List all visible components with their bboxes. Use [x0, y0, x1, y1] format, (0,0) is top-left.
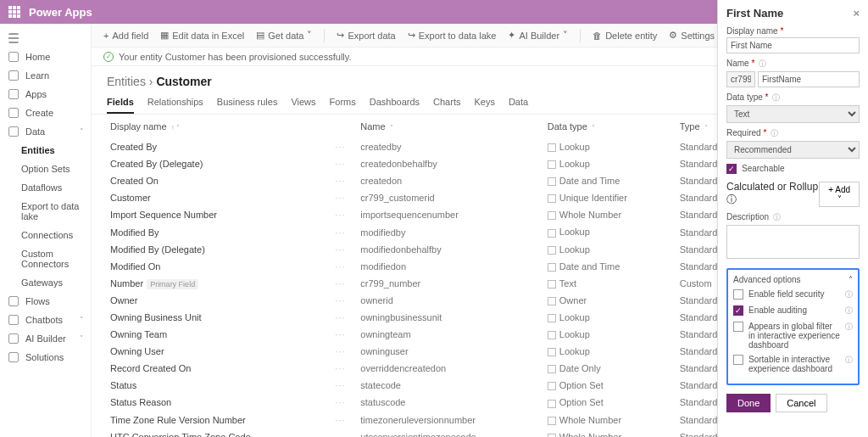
info-icon: ⓘ: [845, 355, 853, 366]
nav-learn[interactable]: Learn: [0, 66, 91, 85]
settings-button[interactable]: ⚙ Settings: [669, 30, 715, 41]
field-security-checkbox[interactable]: [733, 289, 743, 300]
chevron-up-icon: ˄: [849, 275, 853, 284]
nav-home[interactable]: Home: [0, 48, 91, 66]
info-icon: ⓘ: [845, 322, 853, 333]
col-datatype[interactable]: Data type ˅: [544, 115, 676, 138]
ai-builder-button[interactable]: ✦ AI Builder ˅: [508, 30, 568, 41]
left-nav: Home Learn Apps Create Data˄ Entities Op…: [0, 24, 92, 437]
nav-custom-connectors[interactable]: Custom Connectors: [0, 244, 91, 273]
tab-relationships[interactable]: Relationships: [147, 97, 203, 114]
advanced-options: Advanced options˄ Enable field securityⓘ…: [726, 268, 860, 385]
panel-title: First Name×: [726, 7, 860, 20]
add-field-button[interactable]: + Add field: [103, 31, 148, 41]
nav-create[interactable]: Create: [0, 104, 91, 122]
advanced-toggle[interactable]: Advanced options˄: [733, 275, 853, 284]
nav-solutions[interactable]: Solutions: [0, 348, 91, 367]
display-name-input[interactable]: [726, 37, 860, 53]
col-name[interactable]: Name ˅: [357, 115, 543, 138]
field-properties-panel: First Name× Display name * Name * ⓘ Data…: [717, 0, 868, 437]
info-icon: ⓘ: [845, 289, 853, 300]
export-lake-button[interactable]: ↪ Export to data lake: [408, 30, 497, 41]
nav-data[interactable]: Data˄: [0, 122, 91, 141]
edit-excel-button[interactable]: ▦ Edit data in Excel: [160, 30, 244, 41]
nav-chatbots[interactable]: Chatbots˅: [0, 311, 91, 329]
datatype-label: Data type * ⓘ: [726, 92, 860, 104]
name-label: Name * ⓘ: [726, 59, 860, 70]
nav-export-lake[interactable]: Export to data lake: [0, 197, 91, 226]
tab-dashboards[interactable]: Dashboards: [370, 97, 420, 114]
nav-option-sets[interactable]: Option Sets: [0, 160, 91, 178]
nav-entities[interactable]: Entities: [0, 141, 91, 160]
info-icon: ⓘ: [845, 305, 853, 317]
nav-flows[interactable]: Flows: [0, 292, 91, 311]
done-button[interactable]: Done: [726, 394, 771, 412]
tab-forms[interactable]: Forms: [330, 97, 356, 114]
required-select[interactable]: Recommended: [726, 141, 860, 159]
searchable-checkbox[interactable]: ✓: [726, 164, 737, 174]
calc-label: Calculated or Rollup ⓘ: [726, 181, 819, 207]
info-icon: ⓘ: [726, 193, 737, 205]
tab-views[interactable]: Views: [291, 97, 315, 114]
get-data-button[interactable]: ▤ Get data ˅: [256, 30, 312, 41]
info-icon: ⓘ: [759, 59, 766, 68]
cancel-button[interactable]: Cancel: [776, 394, 826, 412]
nav-connections[interactable]: Connections: [0, 226, 91, 244]
tab-business-rules[interactable]: Business rules: [217, 97, 278, 114]
nav-ai-builder[interactable]: AI Builder˅: [0, 329, 91, 348]
breadcrumb-root[interactable]: Entities: [107, 75, 146, 88]
close-icon[interactable]: ×: [853, 7, 860, 20]
name-input[interactable]: [758, 71, 860, 87]
tab-data[interactable]: Data: [509, 97, 528, 114]
auditing-checkbox[interactable]: ✓: [733, 305, 743, 316]
chevron-down-icon: ˅: [80, 316, 84, 324]
app-title: Power Apps: [29, 6, 828, 19]
col-display[interactable]: Display name ↑ ˅: [107, 115, 331, 138]
name-prefix: [726, 71, 755, 87]
nav-apps[interactable]: Apps: [0, 85, 91, 104]
nav-dataflows[interactable]: Dataflows: [0, 178, 91, 197]
tab-keys[interactable]: Keys: [474, 97, 494, 114]
chevron-down-icon: ˅: [80, 334, 84, 343]
tab-fields[interactable]: Fields: [107, 97, 134, 114]
export-data-button[interactable]: ↪ Export data: [337, 30, 395, 41]
nav-gateways[interactable]: Gateways: [0, 273, 91, 292]
tab-charts[interactable]: Charts: [433, 97, 460, 114]
check-icon: ✓: [103, 52, 114, 62]
global-filter-checkbox[interactable]: [733, 322, 743, 332]
description-label: Description ⓘ: [726, 212, 860, 223]
info-icon: ⓘ: [771, 129, 778, 137]
waffle-icon[interactable]: [8, 6, 20, 18]
info-icon: ⓘ: [773, 213, 781, 221]
info-icon: ⓘ: [772, 93, 780, 102]
description-input[interactable]: [726, 225, 860, 259]
breadcrumb-current: Customer: [156, 75, 211, 88]
sortable-checkbox[interactable]: [733, 355, 743, 365]
delete-entity-button[interactable]: 🗑 Delete entity: [593, 31, 657, 41]
datatype-select[interactable]: Text: [726, 105, 860, 123]
chevron-up-icon: ˄: [80, 127, 84, 136]
hamburger-icon[interactable]: [0, 29, 91, 48]
required-label: Required * ⓘ: [726, 128, 860, 139]
add-button[interactable]: Add ˅: [819, 182, 860, 207]
display-name-label: Display name *: [726, 26, 860, 36]
